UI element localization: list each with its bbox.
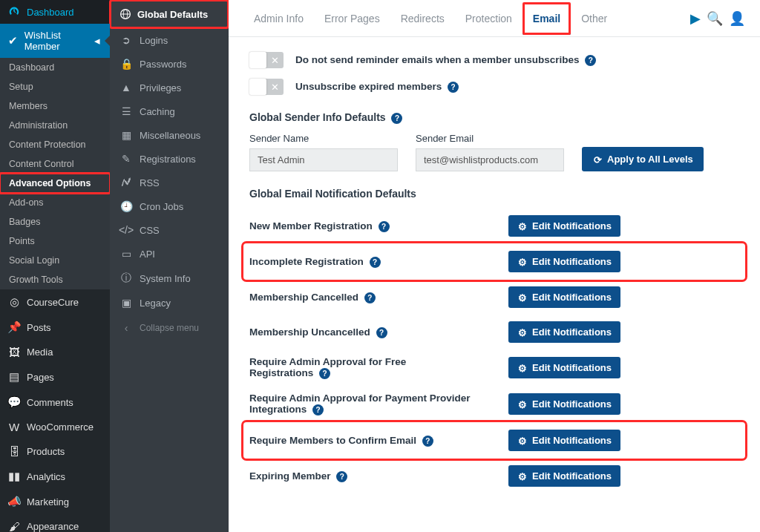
sidebar-item-setup[interactable]: Setup — [0, 77, 110, 96]
gear-icon: ⚙ — [517, 292, 528, 303]
sidebar-woocommerce[interactable]: W WooCommerce — [0, 415, 110, 439]
toggle-no-reminder-label: Do not send reminder emails when a membe… — [295, 54, 596, 66]
sidebar-pages[interactable]: ▤ Pages — [0, 364, 110, 390]
sidebar-item-addons[interactable]: Add-ons — [0, 193, 110, 212]
s2-item-registrations[interactable]: ✎Registrations — [110, 147, 229, 171]
edit-new-member-button[interactable]: ⚙Edit Notifications — [508, 215, 620, 237]
sidebar-item-advanced-options[interactable]: Advanced Options — [0, 174, 110, 193]
s2-item-logins[interactable]: ➲Logins — [110, 28, 229, 52]
tab-admin-info[interactable]: Admin Info — [243, 2, 314, 35]
s2-item-api[interactable]: ▭API — [110, 242, 229, 266]
wp-admin-sidebar: Dashboard ✔ WishList Member ◂ Dashboard … — [0, 0, 110, 532]
help-icon[interactable]: ? — [585, 55, 596, 66]
help-icon[interactable]: ? — [422, 436, 433, 447]
sender-email-input[interactable] — [416, 148, 564, 171]
refresh-icon: ⟳ — [592, 154, 603, 165]
close-icon: ✕ — [266, 79, 284, 95]
main-panel: Admin Info Error Pages Redirects Protect… — [229, 0, 760, 532]
sidebar-wishlist[interactable]: ✔ WishList Member ◂ — [0, 24, 110, 58]
shield-icon: ▲ — [120, 82, 132, 93]
edit-uncancelled-button[interactable]: ⚙Edit Notifications — [508, 321, 620, 343]
notif-cancelled: Membership Cancelled ? ⚙Edit Notificatio… — [249, 280, 739, 315]
gear-icon: ⚙ — [517, 327, 528, 338]
tab-bar: Admin Info Error Pages Redirects Protect… — [229, 0, 760, 37]
sidebar-item-members[interactable]: Members — [0, 96, 110, 116]
help-icon[interactable]: ? — [370, 257, 381, 268]
notif-expiring: Expiring Member ? ⚙Edit Notifications — [249, 459, 739, 493]
tab-protection[interactable]: Protection — [455, 2, 522, 35]
sidebar-coursecure[interactable]: ◎ CourseCure — [0, 289, 110, 315]
sender-name-input[interactable] — [249, 148, 398, 171]
s2-item-privileges[interactable]: ▲Privileges — [110, 76, 229, 99]
code-icon: </> — [120, 224, 132, 236]
edit-admin-free-button[interactable]: ⚙Edit Notifications — [508, 357, 620, 378]
global-defaults-header[interactable]: Global Defaults — [111, 1, 228, 27]
pencil-icon: ✎ — [120, 153, 132, 165]
help-icon[interactable]: ? — [336, 471, 347, 482]
s2-item-cron[interactable]: 🕘Cron Jobs — [110, 194, 229, 218]
apply-all-levels-button[interactable]: ⟳ Apply to All Levels — [582, 147, 704, 171]
user-icon[interactable]: 👤 — [729, 10, 745, 27]
s2-item-css[interactable]: </>CSS — [110, 218, 229, 242]
s2-item-system[interactable]: ⓘSystem Info — [110, 266, 229, 291]
sidebar-item-administration[interactable]: Administration — [0, 116, 110, 135]
gear-icon: ⚙ — [517, 436, 528, 446]
help-icon[interactable]: ? — [379, 221, 390, 232]
edit-expiring-button[interactable]: ⚙Edit Notifications — [508, 465, 620, 487]
tab-redirects[interactable]: Redirects — [390, 2, 455, 35]
info-icon: ⓘ — [120, 272, 132, 285]
rss-icon: 🗲 — [120, 177, 132, 188]
sidebar-marketing[interactable]: 📣 Marketing — [0, 489, 110, 514]
sidebar-products[interactable]: 🗄 Products — [0, 439, 110, 464]
tab-email[interactable]: Email — [522, 2, 571, 35]
help-icon[interactable]: ? — [391, 113, 402, 124]
edit-cancelled-button[interactable]: ⚙Edit Notifications — [508, 286, 620, 308]
toggle-unsub-expired-row: ✕ Unsubscribe expired members ? — [249, 79, 739, 95]
sidebar-media[interactable]: 🖾 Media — [0, 340, 110, 364]
sidebar-item-social-login[interactable]: Social Login — [0, 251, 110, 270]
sidebar-appearance[interactable]: 🖌 Appearance — [0, 514, 110, 532]
sidebar-posts[interactable]: 📌 Posts — [0, 315, 110, 340]
video-icon[interactable]: ▶ — [690, 10, 701, 27]
page-icon: ▤ — [7, 370, 21, 384]
tab-error-pages[interactable]: Error Pages — [314, 2, 390, 35]
sidebar-item-points[interactable]: Points — [0, 231, 110, 251]
s2-item-passwords[interactable]: 🔒Passwords — [110, 52, 229, 76]
toggle-no-reminder[interactable]: ✕ — [249, 52, 284, 68]
notifications-section-title: Global Email Notification Defaults — [249, 188, 739, 200]
brush-icon: 🖌 — [7, 520, 21, 532]
sidebar-item-content-protection[interactable]: Content Protection — [0, 135, 110, 154]
sender-name-label: Sender Name — [249, 133, 398, 144]
edit-incomplete-button[interactable]: ⚙Edit Notifications — [508, 251, 620, 272]
help-icon[interactable]: ? — [319, 368, 330, 379]
collapse-menu[interactable]: ‹Collapse menu — [110, 315, 229, 341]
sidebar-item-growth-tools[interactable]: Growth Tools — [0, 270, 110, 289]
pin-icon: 📌 — [7, 321, 21, 334]
chevron-left-icon: ‹ — [120, 322, 132, 334]
layers-icon: ☰ — [120, 105, 132, 117]
toggle-unsub-expired[interactable]: ✕ — [249, 79, 284, 95]
search-icon[interactable]: 🔍 — [707, 10, 723, 27]
help-icon[interactable]: ? — [364, 292, 376, 303]
sidebar-item-dashboard[interactable]: Dashboard — [0, 58, 110, 77]
archive-icon: ▣ — [120, 297, 132, 309]
sidebar-comments[interactable]: 💬 Comments — [0, 390, 110, 415]
sidebar-analytics[interactable]: ▮▮ Analytics — [0, 464, 110, 489]
dashboard-icon — [7, 6, 21, 18]
sidebar-item-badges[interactable]: Badges — [0, 212, 110, 231]
s2-item-rss[interactable]: 🗲RSS — [110, 171, 229, 194]
help-icon[interactable]: ? — [448, 82, 459, 93]
help-icon[interactable]: ? — [312, 404, 324, 416]
sidebar-dashboard[interactable]: Dashboard — [0, 0, 110, 24]
product-icon: 🗄 — [7, 445, 21, 458]
sidebar-item-content-control[interactable]: Content Control — [0, 154, 110, 174]
gear-icon: ⚙ — [517, 221, 528, 231]
s2-item-caching[interactable]: ☰Caching — [110, 99, 229, 123]
edit-admin-pay-button[interactable]: ⚙Edit Notifications — [508, 393, 620, 415]
s2-item-miscellaneous[interactable]: ▦Miscellaneous — [110, 123, 229, 147]
s2-item-legacy[interactable]: ▣Legacy — [110, 291, 229, 315]
edit-confirm-email-button[interactable]: ⚙Edit Notifications — [508, 430, 620, 451]
help-icon[interactable]: ? — [376, 327, 387, 338]
notif-confirm-email: Require Members to Confirm Email ? ⚙Edit… — [245, 424, 744, 457]
tab-other[interactable]: Other — [571, 2, 618, 35]
